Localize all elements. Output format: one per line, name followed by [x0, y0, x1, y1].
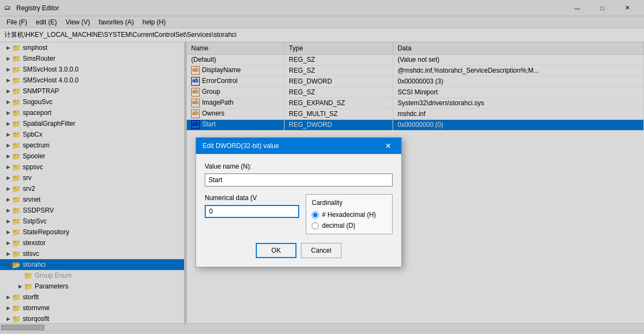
radio-decimal[interactable]	[312, 222, 319, 229]
value-name-input[interactable]	[205, 174, 393, 187]
radio-hex[interactable]	[312, 211, 319, 219]
value-name-label: Value name (N):	[205, 163, 393, 170]
numerical-data-input[interactable]	[205, 205, 299, 218]
numerical-data-label: Numerical data (V	[205, 194, 299, 202]
radio-hex-label[interactable]: # Hexadecimal (H)	[312, 211, 387, 219]
cardinality-label: Cardinality	[312, 199, 387, 207]
ok-button[interactable]: OK	[256, 243, 296, 258]
modal-overlay: Edit DWORD(32-bit) value ✕ Value name (N…	[0, 0, 644, 334]
radio-hex-text: # Hexadecimal (H)	[322, 211, 376, 219]
radio-decimal-text: decimal (D)	[322, 222, 355, 229]
dialog-title: Edit DWORD(32-bit) value	[203, 142, 382, 150]
dialog-buttons: OK Cancel	[205, 243, 393, 258]
edit-dword-dialog: Edit DWORD(32-bit) value ✕ Value name (N…	[195, 137, 402, 267]
radio-decimal-label[interactable]: decimal (D)	[312, 222, 387, 229]
dialog-body: Value name (N): Numerical data (V Cardin…	[196, 154, 401, 267]
dialog-close-button[interactable]: ✕	[382, 139, 395, 152]
radio-group: # Hexadecimal (H) decimal (D)	[312, 211, 387, 229]
dialog-left-panel: Numerical data (V	[205, 194, 299, 218]
dialog-title-bar: Edit DWORD(32-bit) value ✕	[196, 138, 401, 154]
cancel-button[interactable]: Cancel	[301, 243, 342, 258]
dialog-row: Numerical data (V Cardinality # Hexadeci…	[205, 194, 393, 234]
cardinality-panel: Cardinality # Hexadecimal (H) decimal (D…	[306, 194, 393, 234]
